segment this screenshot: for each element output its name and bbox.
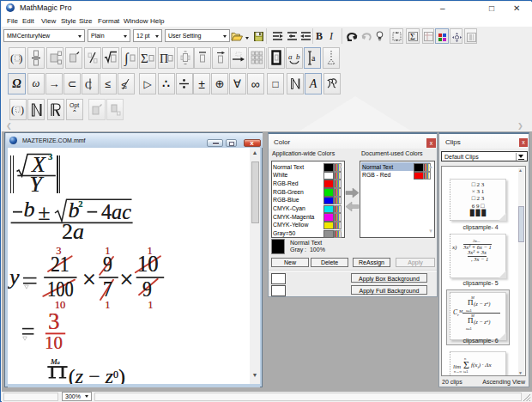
svg-text:a: a [311,53,316,63]
svg-text:Σ: Σ [410,32,415,41]
svg-text:C: C [85,78,92,90]
svg-text:Σ: Σ [141,52,148,65]
svg-text:≤: ≤ [122,79,128,90]
svg-text:): ) [21,104,24,116]
svg-text:Π: Π [160,52,168,65]
svg-text:∫: ∫ [124,51,130,67]
svg-text:(: ( [10,52,14,64]
svg-text:b: b [296,52,300,61]
svg-text:(: ( [11,104,15,116]
svg-text:a: a [288,52,293,61]
